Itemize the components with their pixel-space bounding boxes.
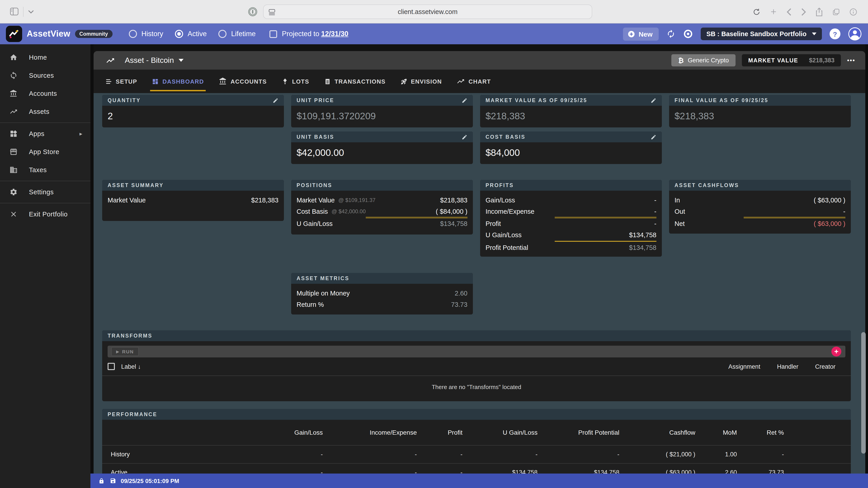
- card-title: ASSET SUMMARY: [107, 183, 164, 188]
- scrollbar-thumb[interactable]: [861, 332, 866, 454]
- tab-label: LOTS: [292, 78, 309, 85]
- edit-icon[interactable]: [273, 97, 278, 103]
- visibility-icon[interactable]: [683, 29, 693, 39]
- column-header-handler[interactable]: Handler: [777, 363, 798, 370]
- column-header: Profit Potential: [537, 429, 619, 436]
- onepassword-extension-icon[interactable]: [248, 7, 258, 17]
- panel-asset-cashflows: ASSET CASHFLOWSIn( $63,000 )Out-Net( $63…: [669, 180, 851, 234]
- sidebar-item-exit-portfolio[interactable]: Exit Portfolio: [0, 205, 90, 223]
- sidebar-item-assets[interactable]: Assets: [0, 103, 90, 121]
- tab-chart[interactable]: CHART: [457, 70, 491, 93]
- mode-lifetime[interactable]: Lifetime: [218, 30, 256, 38]
- sidebar-item-sources[interactable]: Sources: [0, 66, 90, 85]
- asset-title[interactable]: Asset - Bitcoin: [125, 56, 174, 65]
- asset-trend-icon: [106, 56, 115, 65]
- edit-icon[interactable]: [462, 97, 467, 103]
- sidebar-item-label: Home: [29, 54, 47, 61]
- help-icon[interactable]: ?: [830, 29, 840, 39]
- card-value: $218,383: [480, 106, 662, 127]
- sidebar-toggle-icon[interactable]: [10, 8, 19, 15]
- card-header: POSITIONS: [291, 180, 473, 191]
- panel-row: Market Value$218,383: [102, 194, 284, 205]
- tab-envision[interactable]: ENVISION: [401, 70, 442, 93]
- card-header: PERFORMANCE: [102, 409, 851, 420]
- tab-accounts[interactable]: ACCOUNTS: [219, 70, 267, 93]
- new-button[interactable]: New: [623, 27, 659, 40]
- address-bar[interactable]: client.assetview.com: [263, 4, 592, 19]
- portfolio-dropdown[interactable]: SB : Baseline Sandbox Portfolio: [701, 28, 822, 40]
- projected-to-checkbox-group[interactable]: Projected to: [269, 30, 319, 38]
- row-value: -: [654, 207, 656, 215]
- setup-lines-icon: [105, 78, 112, 85]
- market-value-box: MARKET VALUE $218,383: [742, 54, 841, 66]
- performance-section: PERFORMANCEGain/LossIncome/ExpenseProfit…: [102, 409, 851, 474]
- row-label: Profit Potential: [486, 244, 528, 251]
- lock-icon: [98, 478, 104, 484]
- new-tab-icon[interactable]: [770, 8, 777, 15]
- row-label: Profit: [486, 220, 501, 227]
- home-icon: [9, 53, 18, 62]
- radio-icon[interactable]: [129, 30, 137, 38]
- mode-history[interactable]: History: [129, 30, 163, 38]
- projected-date-link[interactable]: 12/31/30: [321, 30, 348, 38]
- app-window: client.assetview.com AssetView Community…: [0, 0, 868, 488]
- share-icon[interactable]: [815, 7, 823, 16]
- reload-icon[interactable]: [753, 8, 761, 15]
- column-header: Gain/Loss: [206, 429, 323, 436]
- label-column-header[interactable]: Label: [121, 363, 136, 370]
- refresh-icon[interactable]: [666, 29, 676, 38]
- sidebar-item-settings[interactable]: Settings: [0, 183, 90, 201]
- run-button[interactable]: ▶RUN: [111, 347, 139, 356]
- assetview-logo-icon[interactable]: [6, 26, 22, 42]
- tab-transactions[interactable]: TRANSACTIONS: [324, 70, 385, 93]
- save-icon[interactable]: [110, 478, 116, 484]
- mode-active[interactable]: Active: [175, 30, 207, 38]
- tab-dashboard[interactable]: DASHBOARD: [152, 70, 204, 93]
- row-value: -: [654, 196, 656, 203]
- close-icon: [9, 210, 18, 219]
- tab-setup[interactable]: SETUP: [105, 70, 137, 93]
- sidebar-item-taxes[interactable]: Taxes: [0, 161, 90, 179]
- chevron-down-icon[interactable]: [28, 10, 34, 13]
- row-checkbox[interactable]: [107, 363, 115, 370]
- edit-icon[interactable]: [651, 97, 656, 103]
- row-label: Gain/Loss: [486, 196, 515, 203]
- chevron-right-icon: ▶: [80, 132, 82, 136]
- panel-row: Cost Basis@ $42,000.00( $84,000 ): [291, 205, 473, 217]
- gear-icon: [9, 188, 18, 197]
- info-icon[interactable]: [849, 8, 857, 15]
- card-value: $84,000: [480, 142, 662, 163]
- edit-icon[interactable]: [462, 134, 467, 140]
- forward-icon[interactable]: [801, 8, 806, 15]
- panel-row: Income/Expense-: [480, 205, 662, 217]
- sidebar-item-accounts[interactable]: Accounts: [0, 85, 90, 103]
- sidebar-item-home[interactable]: Home: [0, 48, 90, 66]
- panel-row: U Gain/Loss$134,758: [291, 218, 473, 229]
- value-card-quantity: QUANTITY2: [102, 95, 284, 127]
- sidebar-item-label: Taxes: [29, 166, 47, 173]
- sidebar-item-apps[interactable]: Apps▶: [0, 125, 90, 143]
- value-card-unit_basis: UNIT BASIS$42,000.00: [291, 131, 473, 164]
- panel-body: Multiple on Money2.60Return %73.73: [291, 284, 473, 310]
- column-header-assignment[interactable]: Assignment: [728, 363, 760, 370]
- column-header-creator[interactable]: Creator: [815, 363, 835, 370]
- radio-icon[interactable]: [218, 30, 226, 38]
- back-icon[interactable]: [786, 8, 792, 15]
- tab-label: ENVISION: [411, 78, 442, 85]
- add-transform-button[interactable]: +: [831, 347, 841, 357]
- edit-icon[interactable]: [651, 134, 656, 140]
- checkbox-icon[interactable]: [269, 30, 277, 38]
- sidebar-item-label: Assets: [29, 108, 50, 115]
- sidebar-item-app-store[interactable]: App Store: [0, 143, 90, 161]
- avatar[interactable]: [848, 27, 862, 41]
- asset-category-button[interactable]: ₿ Generic Crypto: [671, 54, 736, 66]
- row-value: -: [737, 451, 784, 458]
- radio-selected-icon[interactable]: [175, 30, 183, 38]
- lots-diamond-icon: [282, 78, 288, 85]
- more-menu-icon[interactable]: •••: [847, 57, 855, 64]
- asset-title-caret-icon[interactable]: [178, 59, 183, 62]
- trending-up-icon: [457, 77, 465, 86]
- tab-lots[interactable]: LOTS: [282, 70, 309, 93]
- tab-overview-icon[interactable]: [832, 8, 840, 15]
- row-value: -: [843, 207, 845, 215]
